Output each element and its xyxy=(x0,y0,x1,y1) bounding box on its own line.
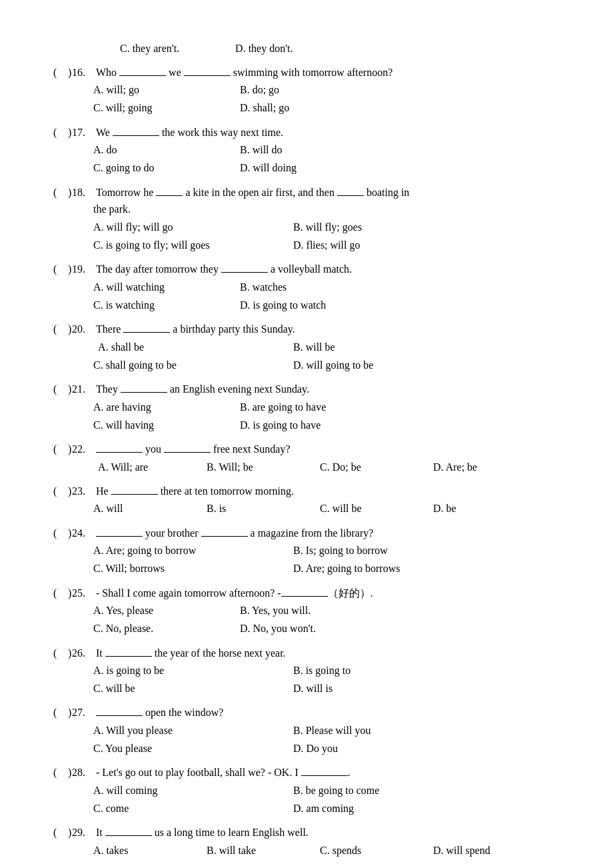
paren-open-21: ( xyxy=(53,381,63,398)
options-17-ab: A. do B. will do xyxy=(53,141,560,159)
paren-open-22: ( xyxy=(53,441,63,458)
paren-close-22: ) xyxy=(63,441,72,458)
opt-26d: D. will is xyxy=(293,679,440,697)
opt-27b: B. Please will you xyxy=(293,721,440,739)
opt-23c: C. will be xyxy=(320,499,433,517)
opt-29c: C. spends xyxy=(320,841,433,859)
options-25-ab: A. Yes, please B. Yes, you will. xyxy=(53,601,560,619)
paren-open-16: ( xyxy=(53,64,63,81)
opt-18b: B. will fly; goes xyxy=(293,218,440,236)
q-number-21: 21. xyxy=(72,381,96,398)
options-27-cd: C. You please D. Do you xyxy=(53,739,560,757)
opt-28d: D. am coming xyxy=(293,799,440,817)
opt-19a: A. will watching xyxy=(93,278,240,296)
options-21-cd: C. will having D. is going to have xyxy=(53,416,560,434)
paren-close-25: ) xyxy=(63,585,72,602)
q-text-23: He there at ten tomorrow morning. xyxy=(96,483,560,500)
question-24: ( ) 24. your brother a magazine from the… xyxy=(53,525,560,578)
opt-18a: A. will fly; will go xyxy=(93,218,293,236)
exam-content: C. they aren't. D. they don't. ( ) 16. W… xyxy=(53,40,560,868)
paren-open-28: ( xyxy=(53,764,63,781)
q-number-19: 19. xyxy=(72,261,96,278)
opt-24b: B. Is; going to borrow xyxy=(293,541,440,559)
options-22-all: A. Will; are B. Will; be C. Do; be D. Ar… xyxy=(53,458,560,476)
options-24-cd: C. Will; borrows D. Are; going to borrow… xyxy=(53,559,560,577)
opt-26c: C. will be xyxy=(93,679,293,697)
opt-22c: C. Do; be xyxy=(320,458,433,476)
q-text-16: Who we swimming with tomorrow afternoon? xyxy=(96,64,560,81)
opt-16a: A. will; go xyxy=(93,81,240,99)
opt-18c: C. is going to fly; will goes xyxy=(93,236,293,254)
opt-17c: C. going to do xyxy=(93,159,240,177)
question-27: ( ) 27. open the window? A. Will you ple… xyxy=(53,704,560,757)
opt-25b: B. Yes, you will. xyxy=(240,601,386,619)
q-text-21: They an English evening next Sunday. xyxy=(96,381,560,398)
q-text-25: - Shall I come again tomorrow afternoon?… xyxy=(96,585,560,602)
q-number-17: 17. xyxy=(72,124,96,141)
paren-close-21: ) xyxy=(63,381,72,398)
opt-26b: B. is going to xyxy=(293,661,440,679)
options-25-cd: C. No, please. D. No, you won't. xyxy=(53,619,560,637)
options-20-ab: A. shall be B. will be xyxy=(53,338,560,356)
question-25: ( ) 25. - Shall I come again tomorrow af… xyxy=(53,585,560,638)
q-number-22: 22. xyxy=(72,441,96,458)
opt-24a: A. Are; going to borrow xyxy=(93,541,293,559)
q-text-29: It us a long time to learn English well. xyxy=(96,824,560,841)
options-19-ab: A. will watching B. watches xyxy=(53,278,560,296)
options-26-cd: C. will be D. will is xyxy=(53,679,560,697)
option-d-text: D. they don't. xyxy=(235,43,293,54)
options-24-ab: A. Are; going to borrow B. Is; going to … xyxy=(53,541,560,559)
opt-16c: C. will; going xyxy=(93,99,240,117)
paren-close-24: ) xyxy=(63,525,72,542)
paren-open-18: ( xyxy=(53,184,63,201)
q-number-27: 27. xyxy=(72,704,96,721)
question-26: ( ) 26. It the year of the horse next ye… xyxy=(53,645,560,698)
q-text-26: It the year of the horse next year. xyxy=(96,645,560,662)
opt-27c: C. You please xyxy=(93,739,293,757)
q-text-27: open the window? xyxy=(96,704,560,721)
options-28-cd: C. come D. am coming xyxy=(53,799,560,817)
opt-16b: B. do; go xyxy=(240,81,386,99)
q-number-16: 16. xyxy=(72,64,96,81)
opt-22b: B. Will; be xyxy=(207,458,320,476)
q-text-22: you free next Sunday? xyxy=(96,441,560,458)
paren-close-29: ) xyxy=(63,824,72,841)
opt-27a: A. Will you please xyxy=(93,721,293,739)
opt-20c: C. shall going to be xyxy=(93,356,293,374)
paren-close-23: ) xyxy=(63,483,72,500)
opt-21a: A. are having xyxy=(93,398,240,416)
opt-28c: C. come xyxy=(93,799,293,817)
options-17-cd: C. going to do D. will doing xyxy=(53,159,560,177)
paren-close-27: ) xyxy=(63,704,72,721)
paren-open-27: ( xyxy=(53,704,63,721)
paren-close-16: ) xyxy=(63,64,72,81)
q-text-24: your brother a magazine from the library… xyxy=(96,525,560,542)
options-18-ab: A. will fly; will go B. will fly; goes xyxy=(53,218,560,236)
paren-close-17: ) xyxy=(63,124,72,141)
opt-18d: D. flies; will go xyxy=(293,236,440,254)
q-text-20: There a birthday party this Sunday. xyxy=(96,321,560,338)
opt-22a: A. Will; are xyxy=(93,458,207,476)
opt-28a: A. will coming xyxy=(93,781,293,799)
opt-17a: A. do xyxy=(93,141,240,159)
opt-19b: B. watches xyxy=(240,278,386,296)
question-23: ( ) 23. He there at ten tomorrow morning… xyxy=(53,483,560,518)
paren-open-19: ( xyxy=(53,261,63,278)
q-text-28: - Let's go out to play football, shall w… xyxy=(96,764,560,781)
opt-29d: D. will spend xyxy=(433,841,546,859)
opt-17d: D. will doing xyxy=(240,159,386,177)
paren-open-25: ( xyxy=(53,585,63,602)
q-text-18-cont: the park. xyxy=(53,201,560,218)
opt-24c: C. Will; borrows xyxy=(93,559,293,577)
q-number-23: 23. xyxy=(72,483,96,500)
q-number-24: 24. xyxy=(72,525,96,542)
options-21-ab: A. are having B. are going to have xyxy=(53,398,560,416)
opt-17b: B. will do xyxy=(240,141,386,159)
paren-open-23: ( xyxy=(53,483,63,500)
paren-close-20: ) xyxy=(63,321,72,338)
paren-close-18: ) xyxy=(63,184,72,201)
paren-open-24: ( xyxy=(53,525,63,542)
question-17: ( ) 17. We the work this way next time. … xyxy=(53,124,560,177)
paren-open-17: ( xyxy=(53,124,63,141)
paren-open-20: ( xyxy=(53,321,63,338)
